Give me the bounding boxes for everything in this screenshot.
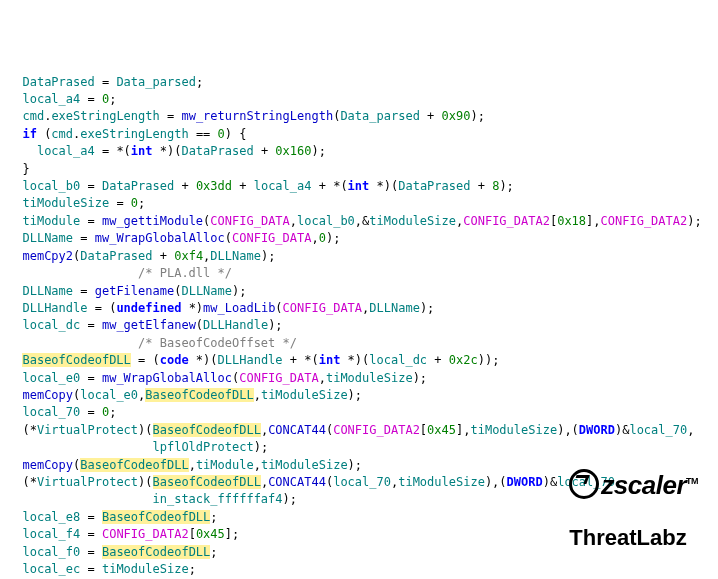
zscaler-logo: zscalerTM: [569, 469, 698, 499]
threatlabz-text: ThreatLabz: [569, 527, 698, 549]
brand-logo: zscalerTM ThreatLabz: [569, 445, 698, 561]
logo-mark-icon: [569, 469, 599, 499]
